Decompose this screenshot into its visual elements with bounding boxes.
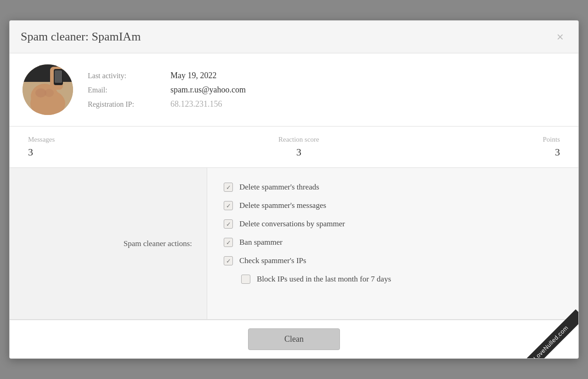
modal-header: Spam cleaner: SpamIAm × <box>10 21 578 53</box>
checkbox-block-ips[interactable] <box>241 275 250 284</box>
checkbox-label-check-ips: Check spammer's IPs <box>239 256 306 265</box>
svg-point-6 <box>31 84 58 109</box>
last-activity-value: May 19, 2022 <box>170 71 217 80</box>
email-row: Email: spam.r.us@yahoo.com <box>88 85 565 95</box>
stats-section: Messages 3 Reaction score 3 Points 3 <box>10 126 578 168</box>
registration-ip-label: Registration IP: <box>88 100 170 109</box>
user-info-section: Last activity: May 19, 2022 Email: spam.… <box>10 53 578 126</box>
checkbox-label-delete-messages: Delete spammer's messages <box>239 201 326 210</box>
points-stat: Points 3 <box>543 136 560 158</box>
checkbox-row-delete-messages: Delete spammer's messages <box>222 197 564 214</box>
checkbox-row-delete-threads: Delete spammer's threads <box>222 179 564 195</box>
registration-ip-row: Registration IP: 68.123.231.156 <box>88 99 565 109</box>
last-activity-row: Last activity: May 19, 2022 <box>88 71 565 80</box>
checkbox-ban-spammer[interactable] <box>224 238 233 247</box>
email-label: Email: <box>88 86 170 94</box>
actions-checkboxes: Delete spammer's threads Delete spammer'… <box>207 168 578 319</box>
close-button[interactable]: × <box>553 29 567 45</box>
last-activity-label: Last activity: <box>88 72 170 80</box>
modal-footer: Clean <box>10 320 578 358</box>
modal-title: Spam cleaner: SpamIAm <box>21 30 141 44</box>
messages-label: Messages <box>28 136 55 144</box>
clean-button[interactable]: Clean <box>248 328 340 350</box>
actions-section: Spam cleaner actions: Delete spammer's t… <box>10 168 578 320</box>
checkbox-row-ban-spammer: Ban spammer <box>222 234 564 251</box>
actions-label: Spam cleaner actions: <box>124 239 192 248</box>
messages-value: 3 <box>28 146 33 158</box>
registration-ip-value: 68.123.231.156 <box>170 99 222 109</box>
avatar-image <box>23 64 73 115</box>
svg-rect-5 <box>55 70 62 83</box>
messages-stat: Messages 3 <box>28 136 55 158</box>
checkbox-row-check-ips: Check spammer's IPs <box>222 253 564 269</box>
checkbox-label-ban-spammer: Ban spammer <box>239 238 283 247</box>
reaction-score-label: Reaction score <box>278 136 319 144</box>
reaction-score-value: 3 <box>296 146 301 158</box>
points-label: Points <box>543 136 560 144</box>
checkbox-label-block-ips: Block IPs used in the last month for 7 d… <box>257 275 391 284</box>
checkbox-delete-conversations[interactable] <box>224 219 233 229</box>
avatar <box>23 64 73 115</box>
checkbox-label-delete-threads: Delete spammer's threads <box>239 183 319 192</box>
email-value: spam.r.us@yahoo.com <box>170 85 246 95</box>
user-details: Last activity: May 19, 2022 Email: spam.… <box>88 71 565 109</box>
checkbox-row-delete-conversations: Delete conversations by spammer <box>222 216 564 232</box>
svg-point-8 <box>45 89 54 97</box>
checkbox-delete-threads[interactable] <box>224 183 233 192</box>
spam-cleaner-modal: Spam cleaner: SpamIAm × <box>9 20 579 359</box>
actions-label-column: Spam cleaner actions: <box>10 168 207 319</box>
checkbox-label-delete-conversations: Delete conversations by spammer <box>239 219 345 229</box>
svg-rect-2 <box>23 64 73 82</box>
points-value: 3 <box>555 146 560 158</box>
checkbox-row-block-ips: Block IPs used in the last month for 7 d… <box>222 271 564 287</box>
reaction-score-stat: Reaction score 3 <box>278 136 319 158</box>
checkbox-check-ips[interactable] <box>224 256 233 265</box>
checkbox-delete-messages[interactable] <box>224 201 233 210</box>
